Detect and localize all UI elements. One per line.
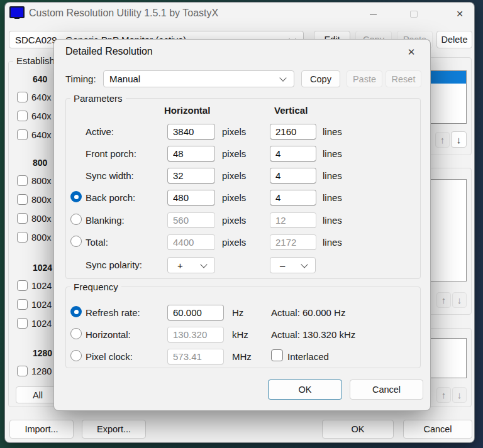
resolution-checkbox[interactable] <box>17 299 28 310</box>
refresh-rate-input[interactable] <box>167 305 224 320</box>
res-group-header: 1024 <box>33 263 52 273</box>
resolution-checkbox[interactable] <box>17 213 28 224</box>
frequency-label: Frequency <box>70 281 121 292</box>
vertical-column-header: Vertical <box>274 105 308 116</box>
resolution-checkbox[interactable] <box>17 175 28 186</box>
hz-unit: Hz <box>232 307 243 318</box>
actual-horizontal-freq: Actual: 130.320 kHz <box>271 329 355 340</box>
resolution-label: 1024 <box>31 300 52 310</box>
resolution-checkbox[interactable] <box>17 92 28 102</box>
refresh-rate-radio[interactable] <box>70 306 82 317</box>
res-group-header: 800 <box>33 158 47 168</box>
export-button[interactable]: Export... <box>82 420 146 439</box>
timing-select-value: Manual <box>109 74 140 84</box>
back-porch-label: Back porch: <box>86 192 135 203</box>
front-porch-horizontal-input[interactable] <box>167 146 215 161</box>
sync-width-vertical-input[interactable] <box>270 168 316 183</box>
move-up-button: ↑ <box>435 132 450 148</box>
timing-copy-button[interactable]: Copy <box>301 70 340 87</box>
resolution-checkbox[interactable] <box>17 129 28 140</box>
desktop: Custom Resolution Utility 1.5.1 by Toast… <box>0 0 483 448</box>
resolution-label: 800x <box>31 176 51 186</box>
refresh-rate-label: Refresh rate: <box>86 307 140 318</box>
khz-unit: kHz <box>232 329 248 340</box>
lines-unit: lines <box>323 237 342 248</box>
chevron-down-icon <box>279 74 286 81</box>
move-down-button[interactable]: ↓ <box>451 131 467 148</box>
resolution-checkbox[interactable] <box>17 366 28 376</box>
resolution-checkbox[interactable] <box>17 232 28 243</box>
main-ok-button[interactable]: OK <box>322 420 394 439</box>
up-arrow-icon: ↑ <box>440 134 445 145</box>
dialog-cancel-button[interactable]: Cancel <box>350 380 423 400</box>
sync-polarity-label: Sync polarity: <box>86 260 142 270</box>
horizontal-column-header: Horizontal <box>164 105 210 116</box>
window-title: Custom Resolution Utility 1.5.1 by Toast… <box>29 8 218 19</box>
resolution-checkbox[interactable] <box>17 318 28 329</box>
horizontal-freq-label: Horizontal: <box>86 329 131 340</box>
pixel-clock-input <box>167 349 224 364</box>
pixels-unit: pixels <box>222 215 246 226</box>
horizontal-freq-radio[interactable] <box>70 328 82 339</box>
back-porch-horizontal-input[interactable] <box>167 190 215 205</box>
minimize-button[interactable] <box>364 7 382 21</box>
actual-refresh-rate: Actual: 60.000 Hz <box>271 307 345 318</box>
blanking-vertical-input <box>270 212 316 228</box>
resolution-label: 800x <box>31 214 51 224</box>
minimize-icon <box>370 14 377 14</box>
front-porch-label: Front porch: <box>86 148 136 159</box>
total-label: Total: <box>86 237 108 248</box>
parameters-label: Parameters <box>70 93 126 104</box>
sync-width-horizontal-input[interactable] <box>167 168 215 183</box>
resolution-checkbox[interactable] <box>17 194 28 205</box>
lines-unit: lines <box>323 170 342 181</box>
interlaced-label: Interlaced <box>287 351 329 362</box>
maximize-icon <box>410 11 418 18</box>
lines-unit: lines <box>323 192 342 203</box>
timing-select[interactable]: Manual <box>103 70 294 87</box>
resolution-checkbox[interactable] <box>17 111 28 121</box>
pixel-clock-radio[interactable] <box>70 350 82 361</box>
blanking-radio[interactable] <box>70 214 82 225</box>
v-polarity-select[interactable]: – <box>270 257 316 273</box>
main-cancel-button[interactable]: Cancel <box>403 420 472 439</box>
up-arrow-icon: ↑ <box>441 390 447 400</box>
v-polarity-value: – <box>280 260 285 271</box>
resolution-label: 800x <box>31 195 51 205</box>
front-porch-vertical-input[interactable] <box>270 146 316 161</box>
move-up-button: ↑ <box>436 387 451 403</box>
timing-reset-button: Reset <box>386 70 421 87</box>
chevron-down-icon <box>200 261 207 268</box>
established-label: Establish <box>13 55 58 66</box>
close-icon: ✕ <box>456 9 464 19</box>
horizontal-freq-input <box>167 327 224 342</box>
h-polarity-select[interactable]: + <box>167 257 215 273</box>
dialog-close-button[interactable]: ✕ <box>402 45 420 60</box>
resolution-checkbox[interactable] <box>17 280 28 291</box>
down-arrow-icon: ↓ <box>457 390 462 400</box>
res-group-header: 1280 <box>33 348 52 358</box>
pixels-unit: pixels <box>222 148 246 159</box>
detailed-resolution-dialog: Detailed Resolution ✕ Timing: Manual Cop… <box>53 39 431 411</box>
move-up-button: ↑ <box>436 292 451 308</box>
maximize-button <box>404 7 423 21</box>
dialog-ok-button[interactable]: OK <box>268 380 342 400</box>
active-vertical-input[interactable] <box>270 124 316 139</box>
res-group-header: 640 <box>33 74 47 84</box>
chevron-down-icon <box>301 261 308 268</box>
blanking-label: Blanking: <box>86 215 125 226</box>
back-porch-radio[interactable] <box>70 191 82 202</box>
lines-unit: lines <box>323 148 342 159</box>
active-label: Active: <box>86 126 114 137</box>
sync-width-label: Sync width: <box>86 170 134 181</box>
down-arrow-icon: ↓ <box>457 295 462 305</box>
close-button[interactable]: ✕ <box>450 7 469 21</box>
lines-unit: lines <box>323 126 342 137</box>
delete-button[interactable]: Delete <box>436 31 472 48</box>
pixels-unit: pixels <box>222 192 246 203</box>
import-button[interactable]: Import... <box>9 420 74 439</box>
interlaced-checkbox[interactable] <box>271 349 283 361</box>
total-radio[interactable] <box>70 236 82 247</box>
back-porch-vertical-input[interactable] <box>270 190 316 205</box>
active-horizontal-input[interactable] <box>167 124 215 139</box>
